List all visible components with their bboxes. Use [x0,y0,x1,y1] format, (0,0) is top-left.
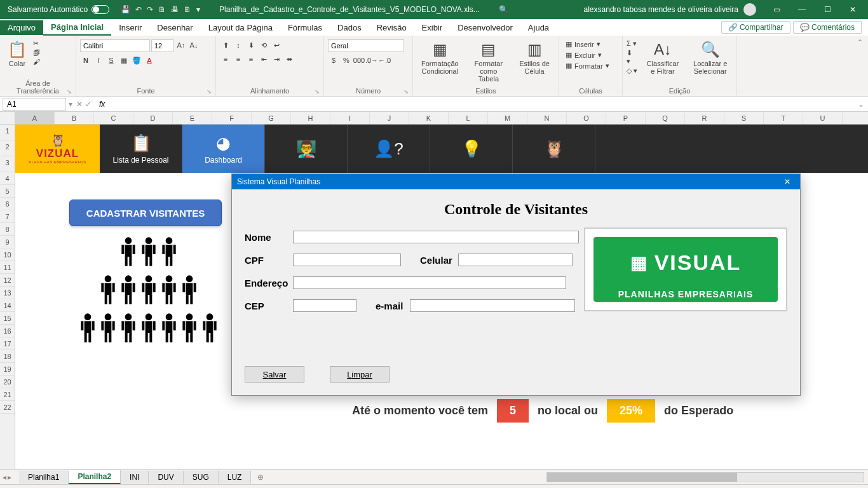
row-header[interactable]: 1 [0,125,15,140]
formula-input[interactable] [109,99,854,109]
nav-item-3[interactable]: 👨‍🏫 [265,125,348,173]
font-name-combo[interactable] [80,39,150,52]
tab-file[interactable]: Arquivo [0,20,43,35]
decrease-font-icon[interactable]: A↓ [188,39,200,51]
row-header[interactable]: 15 [0,312,15,325]
col-header[interactable]: H [291,112,330,124]
sheet-tab-ini[interactable]: INI [121,471,149,484]
align-middle-icon[interactable]: ↕ [233,39,244,51]
col-header[interactable]: P [606,112,646,124]
launcher-icon[interactable]: ↘ [403,88,409,95]
col-header[interactable]: O [567,112,606,124]
nav-lista-pessoal[interactable]: 📋 Lista de Pessoal [100,125,182,173]
fill-icon[interactable]: ⬇ ▾ [627,49,638,65]
nav-item-5[interactable]: 💡 [430,125,513,173]
select-all-corner[interactable] [0,112,15,125]
col-header[interactable]: L [449,112,488,124]
expand-formula-icon[interactable]: ⌄ [854,100,868,109]
paste-button[interactable]: 📋 Colar [4,39,31,69]
col-header[interactable]: D [133,112,173,124]
row-header[interactable]: 17 [0,337,15,350]
tab-home[interactable]: Página Inicial [43,20,111,36]
col-header[interactable]: M [488,112,527,124]
row-header[interactable]: 8 [0,223,15,236]
input-nome[interactable] [293,231,579,243]
format-table-button[interactable]: ▤Formatar como Tabela [466,39,512,84]
sheet-tab-luz[interactable]: LUZ [219,471,252,484]
row-header[interactable]: 4 [0,172,15,185]
find-select-button[interactable]: 🔍Localizar e Selecionar [688,39,733,76]
row-header[interactable]: 3 [0,156,15,172]
qat-icon[interactable]: 🗎 [184,5,191,14]
align-left-icon[interactable]: ≡ [220,53,231,65]
dialog-titlebar[interactable]: Sistema Visual Planilhas ✕ [232,174,800,189]
close-icon[interactable]: ✕ [840,5,865,14]
enter-formula-icon[interactable]: ✓ [85,100,92,109]
border-icon[interactable]: ▦ [118,55,130,66]
col-header[interactable]: J [370,112,409,124]
row-header[interactable]: 18 [0,350,15,363]
maximize-icon[interactable]: ☐ [815,5,840,14]
increase-font-icon[interactable]: A↑ [175,39,187,51]
increase-decimal-icon[interactable]: .0→ [366,55,377,66]
share-button[interactable]: 🔗 Compartilhar [721,21,790,34]
input-email[interactable] [410,299,575,312]
name-box[interactable]: A1 [3,98,66,111]
number-format-combo[interactable] [328,39,404,52]
row-header[interactable]: 10 [0,248,15,261]
collapse-ribbon-icon[interactable]: ⌃ [857,38,863,46]
row-header[interactable]: 9 [0,236,15,248]
comments-button[interactable]: 💬 Comentários [793,21,862,34]
col-header[interactable]: S [724,112,764,124]
next-sheet-icon[interactable]: ▸ [8,473,11,482]
launcher-icon[interactable]: ↘ [207,88,212,95]
align-right-icon[interactable]: ≡ [245,53,257,65]
italic-icon[interactable]: I [93,55,104,66]
col-header[interactable]: U [803,112,843,124]
col-header[interactable]: I [330,112,370,124]
user-account[interactable]: alexsandro tabosa mendes de oliveira oli… [576,3,764,16]
fx-icon[interactable]: fx [95,100,109,109]
input-cpf[interactable] [293,254,401,266]
tab-draw[interactable]: Desenhar [149,20,200,35]
align-top-icon[interactable]: ⬆ [220,39,231,51]
toggle-switch[interactable] [92,5,109,14]
nav-dashboard[interactable]: ◕ Dashboard [182,125,265,173]
col-header[interactable]: E [173,112,212,124]
row-header[interactable]: 21 [0,388,15,401]
add-sheet-icon[interactable]: ⊕ [251,473,270,482]
input-celular[interactable] [458,254,573,266]
undo-icon[interactable]: ↶ [135,5,142,14]
conditional-format-button[interactable]: ▦Formatação Condicional [417,39,463,76]
bold-icon[interactable]: N [80,55,92,66]
tab-view[interactable]: Exibir [414,20,451,35]
row-header[interactable]: 20 [0,376,15,388]
tab-developer[interactable]: Desenvolvedor [450,20,520,35]
minimize-icon[interactable]: — [789,5,815,14]
nav-item-6[interactable]: 🦉 [513,125,595,173]
autosave-toggle[interactable]: Salvamento Automático [3,5,114,14]
col-header[interactable]: R [685,112,724,124]
col-header[interactable]: G [252,112,291,124]
qat-icon[interactable]: 🖶 [171,5,179,14]
delete-cells-button[interactable]: ▦ Excluir ▾ [563,50,612,60]
sheet-tab-sug[interactable]: SUG [184,471,219,484]
tab-help[interactable]: Ajuda [520,20,557,35]
decrease-decimal-icon[interactable]: ←.0 [379,55,390,66]
search-icon[interactable]: 🔍 [492,5,515,14]
font-size-combo[interactable] [151,39,174,52]
row-header[interactable]: 5 [0,185,15,198]
decrease-indent-icon[interactable]: ⇤ [258,53,269,65]
row-header[interactable]: 16 [0,325,15,337]
col-header[interactable]: K [409,112,449,124]
row-header[interactable]: 12 [0,274,15,287]
horizontal-scrollbar[interactable] [546,472,864,482]
clear-button[interactable]: Limpar [330,366,390,383]
autosum-icon[interactable]: Σ ▾ [627,39,638,48]
launcher-icon[interactable]: ↘ [315,88,320,95]
input-endereco[interactable] [293,276,566,289]
nav-item-4[interactable]: 👤? [348,125,430,173]
align-bottom-icon[interactable]: ⬇ [245,39,257,51]
col-header[interactable]: A [15,112,55,124]
fill-color-icon[interactable]: 🪣 [131,55,142,66]
